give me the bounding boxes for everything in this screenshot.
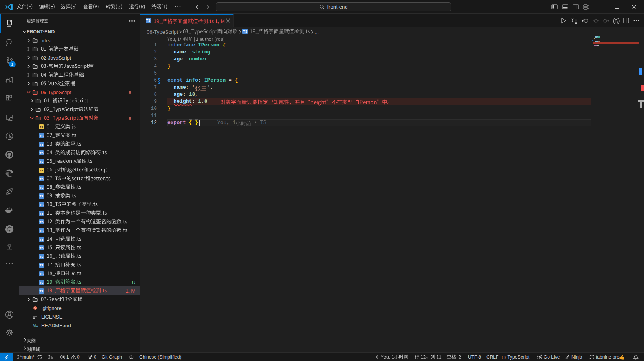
- svg-text:JS: JS: [40, 126, 44, 129]
- svg-text:TS: TS: [39, 177, 44, 181]
- svg-text:TS: TS: [39, 221, 44, 224]
- svg-text:TS: TS: [39, 186, 44, 190]
- svg-text:TS: TS: [39, 272, 44, 276]
- svg-text:TS: TS: [39, 151, 44, 155]
- svg-text:TS: TS: [39, 143, 44, 146]
- svg-text:TS: TS: [39, 229, 44, 233]
- svg-text:TS: TS: [39, 238, 44, 241]
- svg-text:TS: TS: [39, 160, 44, 164]
- svg-text:TS: TS: [39, 264, 44, 267]
- svg-text:JS: JS: [40, 169, 44, 172]
- svg-text:TS: TS: [243, 29, 247, 33]
- svg-text:TS: TS: [39, 281, 44, 284]
- svg-text:TS: TS: [146, 18, 150, 22]
- svg-text:M: M: [33, 323, 36, 328]
- svg-text:TS: TS: [39, 255, 44, 259]
- svg-text:TS: TS: [39, 195, 44, 198]
- svg-text:TS: TS: [39, 246, 44, 250]
- svg-text:TS: TS: [39, 212, 44, 215]
- svg-text:TS: TS: [39, 134, 44, 138]
- svg-text:TS: TS: [39, 203, 44, 207]
- svg-text:TS: TS: [39, 290, 44, 293]
